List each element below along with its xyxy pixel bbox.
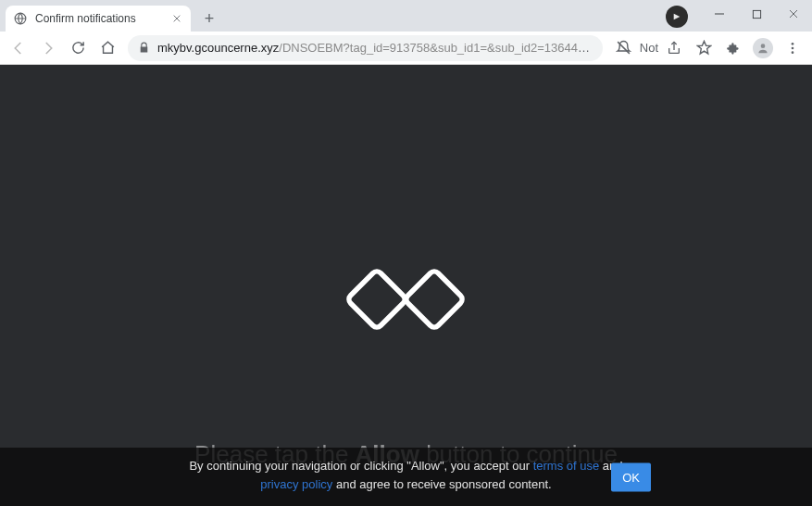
window-controls [701, 0, 812, 28]
ok-button[interactable]: OK [611, 462, 651, 491]
share-button[interactable] [660, 35, 688, 61]
back-button[interactable] [6, 35, 31, 61]
url-path: /DNSOEBM?tag_id=913758&sub_id1=&sub_id2=… [279, 41, 593, 55]
home-button[interactable] [94, 35, 120, 61]
menu-button[interactable] [779, 35, 806, 61]
globe-icon [13, 11, 28, 26]
loading-animation [337, 261, 476, 335]
consent-line1-post: and agree to receive sponsored content. [332, 477, 551, 491]
minimize-button[interactable] [701, 0, 738, 28]
svg-rect-1 [753, 10, 760, 18]
svg-rect-6 [346, 270, 406, 330]
svg-point-3 [792, 43, 794, 45]
consent-line1-pre: By continuing your navigation or clickin… [189, 459, 532, 473]
url-domain: mkybv.gcouncerne.xyz [157, 41, 279, 55]
browser-toolbar: mkybv.gcouncerne.xyz/DNSOEBM?tag_id=9137… [0, 32, 812, 65]
profile-button[interactable] [749, 35, 777, 61]
close-tab-button[interactable] [170, 12, 183, 25]
toolbar-right: Not [610, 35, 806, 61]
forward-button[interactable] [35, 35, 61, 61]
consent-text: By continuing your navigation or clickin… [189, 457, 622, 493]
reload-button[interactable] [65, 35, 91, 61]
svg-point-2 [761, 44, 766, 48]
svg-point-5 [792, 51, 794, 54]
bookmark-button[interactable] [690, 35, 718, 61]
svg-point-4 [792, 46, 794, 49]
maximize-button[interactable] [738, 0, 775, 28]
media-control-indicator[interactable] [666, 6, 688, 28]
svg-rect-7 [404, 270, 464, 330]
extensions-button[interactable] [719, 35, 747, 61]
notifications-blocked-icon[interactable] [610, 35, 638, 61]
browser-titlebar: Confirm notifications + [0, 0, 812, 32]
privacy-link[interactable]: privacy policy [260, 477, 332, 491]
tab-title: Confirm notifications [35, 12, 163, 25]
lock-icon [137, 42, 150, 55]
url-text: mkybv.gcouncerne.xyz/DNSOEBM?tag_id=9137… [157, 41, 593, 55]
page-content: Please tap the Allow button to continue … [0, 65, 812, 506]
browser-tab[interactable]: Confirm notifications [6, 6, 191, 32]
new-tab-button[interactable]: + [196, 6, 222, 32]
consent-bar: By continuing your navigation or clickin… [0, 448, 812, 506]
notification-status-label: Not [640, 41, 658, 55]
close-window-button[interactable] [775, 0, 812, 28]
address-bar[interactable]: mkybv.gcouncerne.xyz/DNSOEBM?tag_id=9137… [128, 35, 603, 61]
terms-link[interactable]: terms of use [533, 459, 600, 473]
avatar-icon [753, 38, 773, 58]
